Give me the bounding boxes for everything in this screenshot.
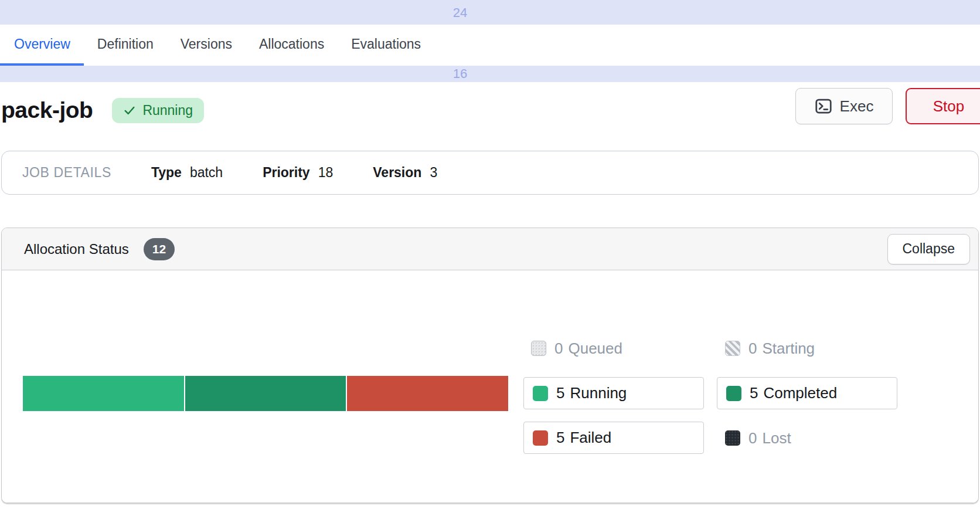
status-badge: Running	[112, 98, 204, 123]
legend-item-running[interactable]: 5 Running	[523, 377, 704, 409]
legend-swatch-starting	[725, 341, 740, 356]
job-detail-priority: Priority 18	[263, 165, 333, 181]
tab-label: Versions	[181, 36, 232, 52]
tab-label: Definition	[97, 36, 154, 52]
spacing-value-inner: 16	[453, 66, 467, 82]
legend-count: 0	[748, 340, 757, 358]
spacing-value-top: 24	[453, 5, 467, 21]
legend-label: Starting	[762, 340, 815, 358]
legend-count: 5	[556, 384, 564, 402]
tab-label: Allocations	[259, 36, 324, 52]
job-detail-label: Type	[151, 165, 182, 181]
legend-label: Failed	[570, 429, 611, 447]
allocation-status-title: Allocation Status	[24, 241, 129, 257]
legend-swatch-running	[533, 386, 548, 401]
exec-button-label: Exec	[840, 97, 874, 116]
legend-swatch-failed	[533, 430, 548, 446]
terminal-icon	[815, 97, 832, 115]
allocation-count-badge: 12	[144, 238, 175, 260]
legend-item-starting: 0 Starting	[725, 340, 815, 357]
allocation-chart-area: 0 Queued 0 Starting 5 Running 5 Complete…	[2, 270, 978, 503]
allocation-status-panel: Allocation Status 12 Collapse 0 Queued	[1, 228, 979, 503]
spacing-strip-top: 24	[0, 0, 980, 25]
tab-overview[interactable]: Overview	[0, 25, 84, 66]
collapse-button[interactable]: Collapse	[887, 234, 971, 264]
collapse-button-label: Collapse	[903, 241, 955, 257]
allocation-bar-chart	[23, 376, 508, 411]
bar-segment-running[interactable]	[23, 376, 184, 411]
tab-evaluations[interactable]: Evaluations	[338, 25, 434, 66]
tab-allocations[interactable]: Allocations	[246, 25, 338, 66]
legend-swatch-lost	[725, 430, 740, 446]
bar-segment-completed[interactable]	[185, 376, 346, 411]
legend-label: Queued	[568, 340, 622, 358]
stop-button[interactable]: Stop	[906, 88, 980, 124]
page-header: pack-job Running Exec Stop	[0, 82, 980, 151]
legend-count: 0	[554, 340, 563, 358]
legend-swatch-queued	[531, 341, 546, 356]
job-detail-value: 3	[430, 165, 437, 181]
check-icon	[123, 104, 136, 117]
spacing-strip-inner: 16	[0, 66, 980, 82]
legend-item-queued: 0 Queued	[531, 340, 622, 357]
legend-count: 5	[750, 384, 758, 402]
job-detail-label: Version	[373, 165, 421, 181]
job-detail-type: Type batch	[151, 165, 223, 181]
job-details-panel: JOB DETAILS Type batch Priority 18 Versi…	[1, 151, 979, 195]
legend-item-failed[interactable]: 5 Failed	[523, 422, 704, 454]
job-detail-value: 18	[318, 165, 334, 181]
stop-button-label: Stop	[933, 97, 965, 116]
job-detail-label: Priority	[263, 165, 310, 181]
job-details-heading: JOB DETAILS	[22, 165, 111, 181]
legend-count: 5	[556, 429, 564, 447]
legend-count: 0	[748, 429, 757, 447]
tab-label: Evaluations	[351, 36, 421, 52]
page-title: pack-job	[1, 97, 93, 123]
legend-label: Lost	[762, 429, 791, 447]
job-tabbar: Overview Definition Versions Allocations…	[0, 25, 980, 66]
legend-label: Running	[570, 384, 627, 402]
allocation-status-header: Allocation Status 12 Collapse	[2, 228, 978, 270]
tab-versions[interactable]: Versions	[167, 25, 246, 66]
tab-definition[interactable]: Definition	[84, 25, 167, 66]
legend-label: Completed	[763, 384, 837, 402]
job-detail-value: batch	[190, 165, 223, 181]
status-badge-label: Running	[142, 103, 193, 118]
bar-segment-failed[interactable]	[347, 376, 508, 411]
legend-swatch-completed	[726, 386, 741, 401]
legend-item-lost: 0 Lost	[725, 429, 791, 447]
tab-label: Overview	[14, 36, 70, 52]
legend-item-completed[interactable]: 5 Completed	[717, 377, 897, 409]
exec-button[interactable]: Exec	[795, 88, 893, 124]
job-detail-version: Version 3	[373, 165, 437, 181]
